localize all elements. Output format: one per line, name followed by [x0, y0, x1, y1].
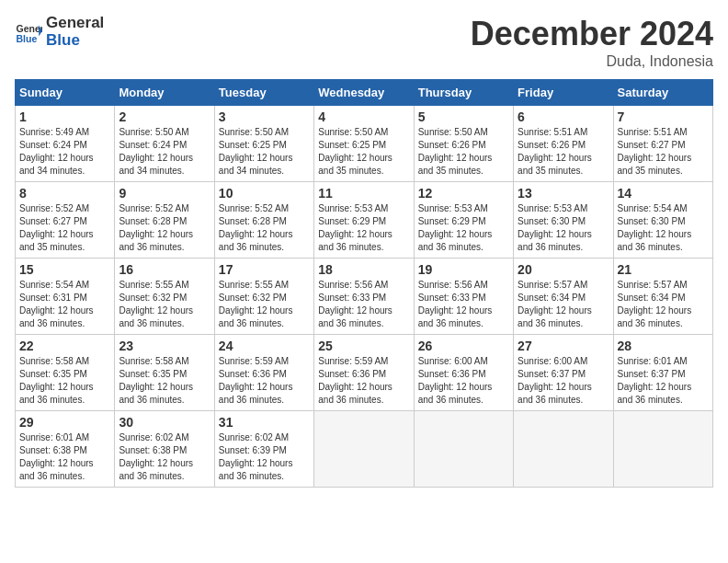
calendar-cell: 7 Sunrise: 5:51 AM Sunset: 6:27 PM Dayli… [613, 106, 712, 182]
day-info: Sunrise: 5:51 AM Sunset: 6:27 PM Dayligh… [618, 126, 709, 178]
calendar-cell: 16 Sunrise: 5:55 AM Sunset: 6:32 PM Dayl… [115, 259, 214, 335]
calendar-cell: 1 Sunrise: 5:49 AM Sunset: 6:24 PM Dayli… [16, 106, 115, 182]
calendar-cell [514, 411, 613, 488]
day-number: 19 [418, 262, 509, 277]
day-info: Sunrise: 6:02 AM Sunset: 6:38 PM Dayligh… [119, 431, 210, 483]
calendar-header-row: SundayMondayTuesdayWednesdayThursdayFrid… [16, 80, 713, 106]
day-info: Sunrise: 5:53 AM Sunset: 6:30 PM Dayligh… [518, 202, 609, 254]
day-number: 28 [618, 339, 709, 353]
logo-icon: General Blue [15, 18, 42, 46]
location-subtitle: Duda, Indonesia [471, 53, 713, 70]
day-number: 26 [418, 339, 509, 353]
day-header-tuesday: Tuesday [214, 80, 313, 106]
day-info: Sunrise: 6:00 AM Sunset: 6:36 PM Dayligh… [418, 355, 509, 407]
day-number: 2 [119, 109, 210, 124]
calendar-cell: 11 Sunrise: 5:53 AM Sunset: 6:29 PM Dayl… [314, 182, 414, 259]
calendar-cell: 17 Sunrise: 5:55 AM Sunset: 6:32 PM Dayl… [214, 259, 313, 335]
calendar-cell: 22 Sunrise: 5:58 AM Sunset: 6:35 PM Dayl… [16, 335, 115, 411]
day-info: Sunrise: 5:56 AM Sunset: 6:33 PM Dayligh… [318, 279, 409, 330]
day-number: 25 [318, 339, 409, 353]
day-number: 4 [318, 109, 409, 124]
day-info: Sunrise: 5:52 AM Sunset: 6:27 PM Dayligh… [19, 202, 110, 254]
day-info: Sunrise: 5:50 AM Sunset: 6:25 PM Dayligh… [219, 126, 310, 178]
calendar-cell [613, 411, 712, 488]
calendar-cell: 10 Sunrise: 5:52 AM Sunset: 6:28 PM Dayl… [214, 182, 313, 259]
calendar-cell [314, 411, 414, 488]
day-info: Sunrise: 5:50 AM Sunset: 6:26 PM Dayligh… [418, 126, 509, 178]
day-number: 23 [119, 339, 210, 353]
day-number: 13 [518, 186, 609, 201]
calendar-cell [414, 411, 513, 488]
calendar-cell: 13 Sunrise: 5:53 AM Sunset: 6:30 PM Dayl… [514, 182, 613, 259]
day-number: 10 [219, 186, 310, 201]
day-info: Sunrise: 5:50 AM Sunset: 6:24 PM Dayligh… [119, 126, 210, 178]
day-info: Sunrise: 5:53 AM Sunset: 6:29 PM Dayligh… [318, 202, 409, 254]
day-info: Sunrise: 6:02 AM Sunset: 6:39 PM Dayligh… [219, 431, 310, 483]
day-number: 20 [518, 262, 609, 277]
calendar-cell: 5 Sunrise: 5:50 AM Sunset: 6:26 PM Dayli… [414, 106, 513, 182]
calendar-cell: 26 Sunrise: 6:00 AM Sunset: 6:36 PM Dayl… [414, 335, 513, 411]
day-info: Sunrise: 5:56 AM Sunset: 6:33 PM Dayligh… [418, 279, 509, 330]
day-info: Sunrise: 6:00 AM Sunset: 6:37 PM Dayligh… [518, 355, 609, 407]
day-info: Sunrise: 5:55 AM Sunset: 6:32 PM Dayligh… [219, 279, 310, 330]
day-number: 16 [119, 262, 210, 277]
day-info: Sunrise: 5:52 AM Sunset: 6:28 PM Dayligh… [119, 202, 210, 254]
page-header: General Blue General Blue December 2024 … [15, 15, 713, 70]
day-number: 27 [518, 339, 609, 353]
week-row-4: 22 Sunrise: 5:58 AM Sunset: 6:35 PM Dayl… [16, 335, 713, 411]
calendar-cell: 23 Sunrise: 5:58 AM Sunset: 6:35 PM Dayl… [115, 335, 214, 411]
day-number: 6 [518, 109, 609, 124]
day-header-sunday: Sunday [16, 80, 115, 106]
day-header-friday: Friday [514, 80, 613, 106]
calendar-cell: 12 Sunrise: 5:53 AM Sunset: 6:29 PM Dayl… [414, 182, 513, 259]
day-header-monday: Monday [115, 80, 214, 106]
calendar-cell: 30 Sunrise: 6:02 AM Sunset: 6:38 PM Dayl… [115, 411, 214, 488]
day-info: Sunrise: 5:52 AM Sunset: 6:28 PM Dayligh… [219, 202, 310, 254]
day-number: 1 [19, 109, 110, 124]
day-header-thursday: Thursday [414, 80, 513, 106]
calendar-cell: 8 Sunrise: 5:52 AM Sunset: 6:27 PM Dayli… [16, 182, 115, 259]
logo: General Blue General Blue [15, 15, 104, 49]
day-info: Sunrise: 6:01 AM Sunset: 6:37 PM Dayligh… [618, 355, 709, 407]
calendar-cell: 31 Sunrise: 6:02 AM Sunset: 6:39 PM Dayl… [214, 411, 313, 488]
logo-blue-text: Blue [46, 32, 104, 50]
calendar-cell: 28 Sunrise: 6:01 AM Sunset: 6:37 PM Dayl… [613, 335, 712, 411]
calendar-cell: 19 Sunrise: 5:56 AM Sunset: 6:33 PM Dayl… [414, 259, 513, 335]
day-info: Sunrise: 5:51 AM Sunset: 6:26 PM Dayligh… [518, 126, 609, 178]
day-header-wednesday: Wednesday [314, 80, 414, 106]
week-row-1: 1 Sunrise: 5:49 AM Sunset: 6:24 PM Dayli… [16, 106, 713, 182]
month-year-title: December 2024 [471, 15, 713, 53]
day-number: 11 [318, 186, 409, 201]
calendar-cell: 21 Sunrise: 5:57 AM Sunset: 6:34 PM Dayl… [613, 259, 712, 335]
day-info: Sunrise: 5:49 AM Sunset: 6:24 PM Dayligh… [19, 126, 110, 178]
logo-general-text: General [46, 15, 104, 32]
day-info: Sunrise: 5:59 AM Sunset: 6:36 PM Dayligh… [318, 355, 409, 407]
calendar-cell: 27 Sunrise: 6:00 AM Sunset: 6:37 PM Dayl… [514, 335, 613, 411]
day-number: 8 [19, 186, 110, 201]
calendar-cell: 24 Sunrise: 5:59 AM Sunset: 6:36 PM Dayl… [214, 335, 313, 411]
calendar-cell: 9 Sunrise: 5:52 AM Sunset: 6:28 PM Dayli… [115, 182, 214, 259]
day-number: 29 [19, 415, 110, 430]
day-number: 24 [219, 339, 310, 353]
day-info: Sunrise: 5:53 AM Sunset: 6:29 PM Dayligh… [418, 202, 509, 254]
calendar-cell: 18 Sunrise: 5:56 AM Sunset: 6:33 PM Dayl… [314, 259, 414, 335]
calendar-table: SundayMondayTuesdayWednesdayThursdayFrid… [15, 79, 713, 488]
calendar-cell: 25 Sunrise: 5:59 AM Sunset: 6:36 PM Dayl… [314, 335, 414, 411]
calendar-cell: 14 Sunrise: 5:54 AM Sunset: 6:30 PM Dayl… [613, 182, 712, 259]
calendar-cell: 4 Sunrise: 5:50 AM Sunset: 6:25 PM Dayli… [314, 106, 414, 182]
calendar-cell: 20 Sunrise: 5:57 AM Sunset: 6:34 PM Dayl… [514, 259, 613, 335]
day-number: 17 [219, 262, 310, 277]
week-row-5: 29 Sunrise: 6:01 AM Sunset: 6:38 PM Dayl… [16, 411, 713, 488]
day-number: 14 [618, 186, 709, 201]
day-info: Sunrise: 5:59 AM Sunset: 6:36 PM Dayligh… [219, 355, 310, 407]
svg-text:Blue: Blue [17, 32, 38, 43]
day-info: Sunrise: 5:57 AM Sunset: 6:34 PM Dayligh… [618, 279, 709, 330]
day-info: Sunrise: 5:58 AM Sunset: 6:35 PM Dayligh… [119, 355, 210, 407]
day-header-saturday: Saturday [613, 80, 712, 106]
day-number: 5 [418, 109, 509, 124]
day-info: Sunrise: 5:55 AM Sunset: 6:32 PM Dayligh… [119, 279, 210, 330]
calendar-cell: 3 Sunrise: 5:50 AM Sunset: 6:25 PM Dayli… [214, 106, 313, 182]
day-number: 21 [618, 262, 709, 277]
calendar-cell: 6 Sunrise: 5:51 AM Sunset: 6:26 PM Dayli… [514, 106, 613, 182]
week-row-2: 8 Sunrise: 5:52 AM Sunset: 6:27 PM Dayli… [16, 182, 713, 259]
